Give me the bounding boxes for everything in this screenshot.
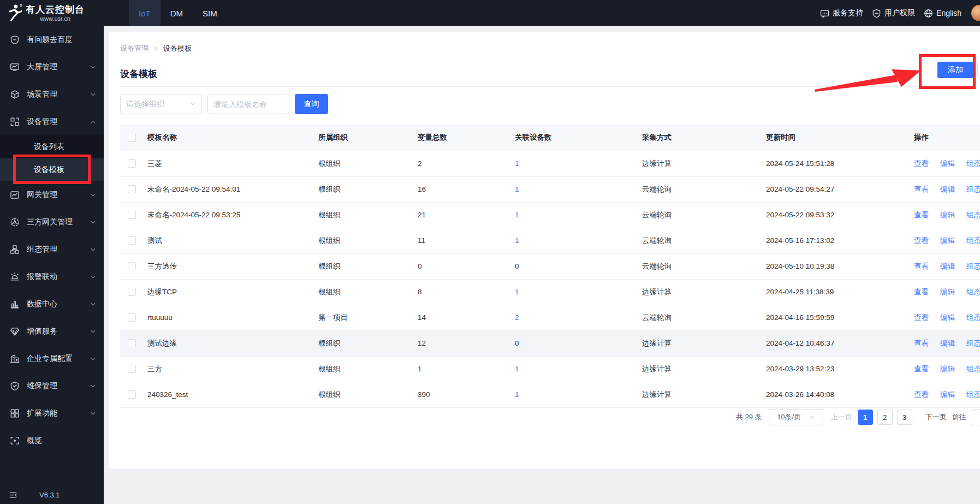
sidebar-subitem-device-list[interactable]: 设备列表	[0, 135, 104, 158]
edit-link[interactable]: 编辑	[940, 365, 955, 373]
template-name: 三菱	[147, 151, 318, 176]
sidebar-subitem-device-template[interactable]: 设备模板	[0, 158, 104, 181]
organization-select[interactable]: 请选择组织	[120, 94, 202, 114]
sidebar-menu: 有问题去百度大屏管理场景管理设备管理设备列表设备模板网关管理三方网关管理组态管理…	[0, 26, 104, 454]
topbar-user-permissions[interactable]: 用户权限	[872, 8, 915, 18]
row-checkbox[interactable]	[128, 313, 136, 322]
page-1-button[interactable]: 1	[858, 410, 873, 425]
goto-page-input[interactable]	[971, 409, 980, 425]
sidebar-item-maintenance-management[interactable]: 维保管理	[0, 372, 104, 400]
row-checkbox[interactable]	[128, 262, 136, 270]
scada-link[interactable]: 组态	[966, 313, 980, 322]
breadcrumb-device-management[interactable]: 设备管理	[120, 44, 149, 54]
page-2-button[interactable]: 2	[877, 410, 893, 425]
app-logo[interactable]: 有人云控制台 www.usr.cn	[0, 0, 104, 26]
search-button[interactable]: 查询	[295, 94, 328, 114]
sidebar-item-scene-management[interactable]: 场景管理	[0, 81, 104, 108]
scada-link[interactable]: 组态	[966, 236, 980, 245]
edit-link[interactable]: 编辑	[940, 211, 955, 219]
update-time: 2024-04-25 11:38:39	[766, 279, 914, 305]
prev-page-button[interactable]: 上一页	[831, 412, 852, 422]
view-link[interactable]: 查看	[914, 365, 929, 373]
organization: 根组织	[318, 253, 418, 279]
linked-devices-link[interactable]: 1	[515, 211, 519, 219]
tab-iot[interactable]: IoT	[129, 0, 161, 26]
view-link[interactable]: 查看	[914, 288, 929, 296]
linked-devices-link[interactable]: 2	[515, 313, 519, 322]
linked-devices-link[interactable]: 1	[515, 288, 519, 296]
view-link[interactable]: 查看	[914, 339, 929, 347]
chevron-down-icon	[90, 383, 96, 389]
row-checkbox[interactable]	[128, 236, 136, 245]
linked-devices-link[interactable]: 1	[515, 365, 519, 373]
sidebar-item-alarm-linkage[interactable]: 报警联动	[0, 263, 104, 290]
page-3-button[interactable]: 3	[897, 410, 912, 425]
edit-link[interactable]: 编辑	[940, 185, 955, 193]
sidebar-item-device-management[interactable]: 设备管理	[0, 108, 104, 135]
linked-devices-cell: 1	[515, 228, 642, 253]
sidebar-item-configuration-management[interactable]: 组态管理	[0, 236, 104, 263]
row-checkbox[interactable]	[128, 288, 136, 296]
sidebar-item-data-center[interactable]: 数据中心	[0, 290, 104, 318]
scada-link[interactable]: 组态	[966, 185, 980, 193]
row-checkbox[interactable]	[128, 211, 136, 219]
edit-link[interactable]: 编辑	[940, 390, 955, 399]
sidebar-item-gateway-management[interactable]: 网关管理	[0, 181, 104, 209]
row-checkbox[interactable]	[128, 339, 136, 347]
variable-count: 16	[418, 176, 515, 202]
view-link[interactable]: 查看	[914, 211, 929, 219]
scada-link[interactable]: 组态	[966, 365, 980, 373]
sidebar-item-extensions[interactable]: 扩展功能	[0, 400, 104, 427]
topbar-service-support[interactable]: 服务支持	[820, 8, 863, 18]
view-link[interactable]: 查看	[914, 236, 929, 245]
edit-link[interactable]: 编辑	[940, 288, 955, 296]
sidebar-item-overview[interactable]: 概览	[0, 427, 104, 454]
scada-link[interactable]: 组态	[966, 288, 980, 296]
linked-devices-cell: 2	[515, 305, 642, 330]
linked-devices-link[interactable]: 1	[515, 390, 519, 399]
linked-devices-cell: 0	[515, 253, 642, 279]
linked-devices-link[interactable]: 1	[515, 236, 519, 245]
tab-sim[interactable]: SIM	[193, 0, 227, 26]
view-link[interactable]: 查看	[914, 390, 929, 399]
edit-link[interactable]: 编辑	[940, 262, 955, 270]
row-checkbox[interactable]	[128, 390, 136, 399]
view-link[interactable]: 查看	[914, 159, 929, 168]
linked-devices-link[interactable]: 1	[515, 185, 519, 193]
template-name: 测试	[147, 228, 318, 253]
sidebar-item-third-party-gateway[interactable]: 三方网关管理	[0, 209, 104, 236]
edit-link[interactable]: 编辑	[940, 313, 955, 322]
add-button[interactable]: 添加	[937, 62, 973, 78]
template-name-input[interactable]	[207, 94, 289, 114]
column-header: 采集方式	[642, 125, 766, 151]
tab-dm[interactable]: DM	[161, 0, 193, 26]
sidebar-item-screen-management[interactable]: 大屏管理	[0, 54, 104, 81]
view-link[interactable]: 查看	[914, 262, 929, 270]
row-checkbox[interactable]	[128, 185, 136, 193]
topbar-language[interactable]: English	[924, 9, 961, 18]
edit-link[interactable]: 编辑	[940, 236, 955, 245]
sidebar-item-value-added-services[interactable]: 增值服务	[0, 318, 104, 345]
edit-link[interactable]: 编辑	[940, 339, 955, 347]
scada-link[interactable]: 组态	[966, 262, 980, 270]
scada-link[interactable]: 组态	[966, 211, 980, 219]
page-size-select[interactable]: 10条/页	[769, 409, 823, 425]
scada-link[interactable]: 组态	[966, 390, 980, 399]
row-actions: 查看编辑组态	[914, 228, 980, 253]
linked-devices-link[interactable]: 1	[515, 159, 519, 168]
view-link[interactable]: 查看	[914, 185, 929, 193]
sidebar-item-baidu-help[interactable]: 有问题去百度	[0, 26, 104, 54]
next-page-button[interactable]: 下一页	[925, 412, 947, 422]
organization: 第一项目	[318, 305, 418, 330]
sidebar-item-enterprise-config[interactable]: 企业专属配置	[0, 345, 104, 372]
view-link[interactable]: 查看	[914, 313, 929, 322]
extensions-icon	[10, 408, 20, 418]
select-all-checkbox[interactable]	[128, 134, 136, 142]
row-checkbox[interactable]	[128, 365, 136, 373]
scada-link[interactable]: 组态	[966, 159, 980, 168]
clipped-edge-button[interactable]	[977, 62, 980, 79]
collapse-sidebar-icon[interactable]	[9, 491, 19, 499]
row-checkbox[interactable]	[128, 159, 136, 168]
edit-link[interactable]: 编辑	[940, 159, 955, 168]
scada-link[interactable]: 组态	[966, 339, 980, 347]
